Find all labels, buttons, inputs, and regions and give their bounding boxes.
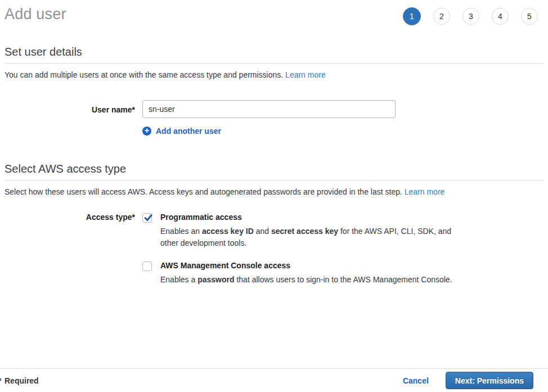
user-details-description: You can add multiple users at once with … [5, 70, 543, 80]
desc-bold: secret access key [271, 227, 338, 236]
required-note: * Required [5, 376, 39, 385]
section-divider [5, 180, 543, 181]
access-type-label: Access type* [0, 213, 142, 222]
add-user-page: Add user 1 2 3 4 5 Set user details You … [0, 0, 548, 392]
add-another-user-link[interactable]: Add another user [156, 127, 221, 136]
wizard-step-indicator: 1 2 3 4 5 [403, 7, 538, 25]
cancel-button[interactable]: Cancel [403, 376, 429, 385]
user-details-heading: Set user details [5, 46, 543, 58]
console-access-body: AWS Management Console access Enables a … [160, 261, 452, 286]
section-divider [5, 63, 543, 64]
desc-text: Enables a [160, 275, 197, 284]
user-name-row: User name* [0, 100, 548, 118]
programmatic-access-option: Programmatic access Enables an access ke… [142, 213, 457, 249]
access-type-row: Access type* Programmatic access Enables… [0, 213, 548, 286]
required-label: Required [5, 376, 39, 385]
wizard-step-5: 5 [521, 8, 538, 25]
wizard-step-2: 2 [433, 8, 450, 25]
wizard-footer: * Required Cancel Next: Permissions [0, 368, 548, 392]
console-access-description: Enables a password that allows users to … [160, 274, 452, 286]
user-details-learn-more-link[interactable]: Learn more [285, 70, 326, 79]
add-another-user-row: + Add another user [142, 127, 548, 136]
user-name-input[interactable] [142, 100, 396, 118]
console-access-option: AWS Management Console access Enables a … [142, 261, 457, 286]
desc-text: that allows users to sign-in to the AWS … [235, 275, 452, 284]
console-access-checkbox[interactable] [142, 262, 152, 271]
access-type-description-text: Select how these users will access AWS. … [5, 187, 402, 196]
access-type-options: Programmatic access Enables an access ke… [142, 213, 457, 286]
plus-circle-icon[interactable]: + [142, 127, 151, 136]
desc-bold: password [197, 275, 234, 284]
desc-bold: access key ID [202, 227, 254, 236]
programmatic-access-title: Programmatic access [160, 213, 457, 222]
desc-text: Enables an [160, 227, 202, 236]
user-name-label: User name* [0, 100, 142, 114]
access-type-learn-more-link[interactable]: Learn more [405, 187, 445, 196]
next-permissions-button[interactable]: Next: Permissions [446, 372, 533, 389]
access-type-description: Select how these users will access AWS. … [5, 187, 543, 197]
programmatic-access-checkbox[interactable] [142, 213, 152, 223]
page-title: Add user [5, 6, 66, 23]
check-icon [143, 213, 154, 223]
wizard-step-3: 3 [462, 8, 479, 25]
programmatic-access-description: Enables an access key ID and secret acce… [160, 226, 457, 249]
user-details-description-text: You can add multiple users at once with … [5, 70, 283, 79]
wizard-step-1: 1 [403, 7, 421, 25]
footer-actions: Cancel Next: Permissions [403, 372, 533, 389]
programmatic-access-body: Programmatic access Enables an access ke… [160, 213, 457, 249]
access-type-heading: Select AWS access type [5, 163, 543, 175]
console-access-title: AWS Management Console access [160, 261, 452, 271]
page-header: Add user 1 2 3 4 5 [0, 0, 548, 33]
wizard-step-4: 4 [492, 8, 509, 25]
required-asterisk: * [0, 376, 1, 385]
desc-text: and [254, 227, 271, 236]
